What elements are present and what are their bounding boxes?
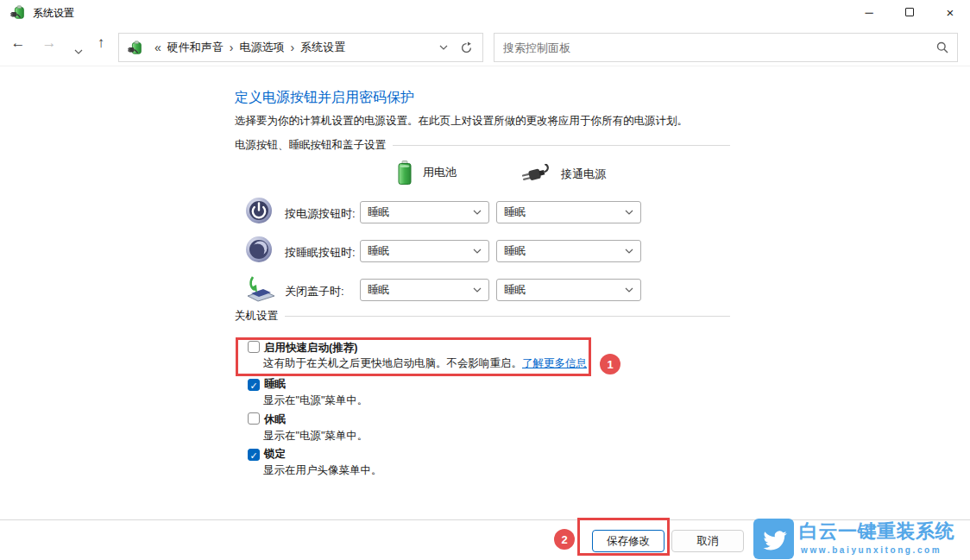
lock-option-description: 显示在用户头像菜单中。 xyxy=(263,463,382,478)
chevron-down-icon xyxy=(473,287,482,293)
titlebar: 系统设置 ─ × xyxy=(0,0,970,24)
power-options-icon xyxy=(10,4,26,20)
minimize-button[interactable]: ─ xyxy=(849,0,889,24)
address-bar[interactable]: « 硬件和声音 › 电源选项 › 系统设置 xyxy=(118,33,483,62)
lid-close-plugged-select[interactable]: 睡眠 xyxy=(496,279,641,301)
plugged-column-label: 接通电源 xyxy=(561,167,606,182)
watermark-url: www.baiyunxitong.com xyxy=(801,545,942,555)
lid-close-row: 关闭盖子时: 睡眠 睡眠 xyxy=(235,276,730,305)
power-button-plugged-select[interactable]: 睡眠 xyxy=(496,201,641,223)
cancel-button[interactable]: 取消 xyxy=(671,530,744,552)
power-button-row: 按电源按钮时: 睡眠 睡眠 xyxy=(235,198,730,228)
select-value: 睡眠 xyxy=(368,283,473,298)
sleep-checkbox[interactable]: ✓ xyxy=(248,379,260,391)
sleep-button-row: 按睡眠按钮时: 睡眠 睡眠 xyxy=(235,237,730,267)
power-options-icon xyxy=(128,40,143,55)
search-input[interactable] xyxy=(503,41,936,54)
breadcrumb-system-settings[interactable]: 系统设置 xyxy=(300,40,345,55)
lock-checkbox[interactable]: ✓ xyxy=(248,449,260,461)
minimize-icon: ─ xyxy=(865,6,872,19)
power-section-title: 电源按钮、睡眠按钮和盖子设置 xyxy=(235,138,386,153)
select-value: 睡眠 xyxy=(368,244,473,259)
maximize-icon xyxy=(905,8,914,16)
annotation-step-1: 1 xyxy=(600,354,620,374)
column-header-plugged: 接通电源 xyxy=(518,164,606,185)
power-button-label: 按电源按钮时: xyxy=(285,206,356,222)
search-icon[interactable] xyxy=(936,41,948,53)
chevron-down-icon xyxy=(473,210,482,215)
chevron-down-icon xyxy=(439,45,448,50)
lock-option-label[interactable]: 锁定 xyxy=(264,448,286,460)
up-icon: ↑ xyxy=(98,35,105,51)
shutdown-section-title: 关机设置 xyxy=(235,309,278,324)
breadcrumb-prefix: « xyxy=(154,41,161,54)
page-title: 定义电源按钮并启用密码保护 xyxy=(235,89,414,107)
power-button-battery-select[interactable]: 睡眠 xyxy=(360,201,489,223)
section-rule xyxy=(393,145,730,146)
select-value: 睡眠 xyxy=(368,205,473,220)
sleep-option-description: 显示在"电源"菜单中。 xyxy=(263,393,368,408)
hibernate-checkbox[interactable] xyxy=(248,412,260,425)
chevron-down-icon xyxy=(473,249,482,254)
sleep-button-battery-select[interactable]: 睡眠 xyxy=(360,240,489,262)
breadcrumb-hardware-sound[interactable]: 硬件和声音 xyxy=(167,40,224,55)
search-box xyxy=(494,33,958,62)
sleep-option-label[interactable]: 睡眠 xyxy=(264,378,286,390)
section-rule xyxy=(285,316,730,317)
watermark: 白云一键重装系统 www.baiyunxitong.com xyxy=(753,518,961,560)
annotation-highlight-save xyxy=(577,518,670,556)
breadcrumb-separator: › xyxy=(230,41,234,54)
forward-button[interactable]: → xyxy=(38,35,60,52)
battery-column-label: 用电池 xyxy=(423,165,457,180)
sleep-button-icon xyxy=(245,236,273,263)
annotation-highlight-fast-startup xyxy=(236,337,591,376)
lid-close-icon xyxy=(245,274,276,302)
sleep-option: ✓睡眠 xyxy=(248,377,286,392)
close-icon: × xyxy=(947,5,954,20)
chevron-down-icon xyxy=(625,287,633,293)
breadcrumb-power-options[interactable]: 电源选项 xyxy=(239,40,284,55)
back-button[interactable]: ← xyxy=(7,35,29,52)
battery-icon xyxy=(395,160,414,185)
select-value: 睡眠 xyxy=(504,205,625,220)
column-header-battery: 用电池 xyxy=(395,160,457,185)
select-value: 睡眠 xyxy=(504,244,625,259)
back-icon: ← xyxy=(11,35,26,51)
power-section-header: 电源按钮、睡眠按钮和盖子设置 xyxy=(235,138,730,153)
lid-close-label: 关闭盖子时: xyxy=(285,284,344,299)
lock-option: ✓锁定 xyxy=(248,447,286,462)
plug-icon xyxy=(518,164,552,185)
watermark-title: 白云一键重装系统 xyxy=(799,519,954,544)
chevron-down-icon xyxy=(74,49,83,54)
power-button-icon xyxy=(245,197,273,224)
bird-logo-icon xyxy=(753,519,794,559)
recent-pages-button[interactable] xyxy=(67,41,90,59)
page-description: 选择要为你的计算机设置的电源设置。在此页上对设置所做的更改将应用于你所有的电源计… xyxy=(235,114,688,129)
hibernate-option-description: 显示在"电源"菜单中。 xyxy=(263,429,368,444)
forward-icon: → xyxy=(42,35,57,51)
close-button[interactable]: × xyxy=(930,0,970,24)
address-dropdown-button[interactable] xyxy=(432,45,455,50)
lid-close-battery-select[interactable]: 睡眠 xyxy=(360,279,489,301)
hibernate-option: 休眠 xyxy=(248,412,286,427)
sleep-button-plugged-select[interactable]: 睡眠 xyxy=(496,240,641,262)
sleep-button-label: 按睡眠按钮时: xyxy=(285,245,356,261)
chevron-down-icon xyxy=(625,249,633,254)
up-button[interactable]: ↑ xyxy=(90,35,112,52)
window-title: 系统设置 xyxy=(33,6,74,21)
refresh-icon xyxy=(460,41,473,54)
shutdown-section-header: 关机设置 xyxy=(235,309,730,324)
navigation-toolbar: ← → ↑ « 硬件和声音 › 电源选项 › 系统设置 xyxy=(0,24,970,66)
annotation-step-2: 2 xyxy=(554,529,575,550)
chevron-down-icon xyxy=(625,210,633,215)
maximize-button[interactable] xyxy=(890,0,929,24)
system-settings-window: 系统设置 ─ × ← → ↑ « 硬件和声音 › 电源选项 › 系统设置 xyxy=(0,0,970,560)
breadcrumb-separator: › xyxy=(290,41,294,54)
refresh-button[interactable] xyxy=(455,41,477,54)
hibernate-option-label[interactable]: 休眠 xyxy=(264,413,286,425)
select-value: 睡眠 xyxy=(504,283,625,298)
